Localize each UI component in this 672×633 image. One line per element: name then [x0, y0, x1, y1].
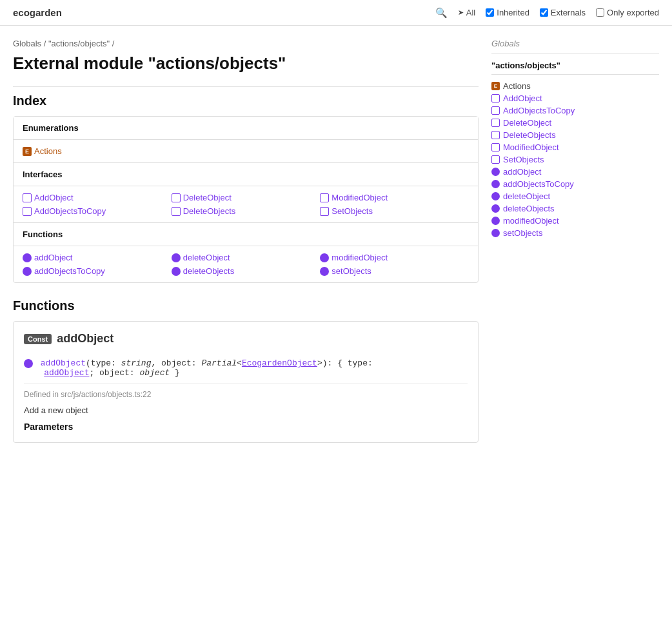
enum-icon: E — [491, 82, 500, 90]
defined-in: Defined in src/js/actions/objects.ts:22 — [24, 390, 468, 399]
function-icon — [320, 253, 329, 262]
interface-icon — [491, 143, 500, 151]
function-icon — [23, 253, 32, 262]
code-lt: < — [237, 358, 242, 368]
sidebar-item-modifiedobject-fn[interactable]: modifiedObject — [491, 215, 659, 227]
interface-icon — [172, 193, 181, 202]
link-deleteobjects[interactable]: DeleteObjects — [183, 206, 236, 216]
group-content-interfaces: AddObject DeleteObject ModifiedObject — [14, 186, 478, 223]
page-title: External module "actions/objects" — [13, 54, 479, 73]
function-icon — [172, 253, 181, 262]
function-icon — [24, 359, 33, 368]
sidebar-item-deleteobjects-fn[interactable]: deleteObjects — [491, 202, 659, 215]
group-header-functions: Functions — [14, 223, 478, 246]
sidebar-item-deleteobjects[interactable]: DeleteObjects — [491, 129, 659, 141]
functions-title: Functions — [13, 298, 479, 313]
function-signature: addObject(type: string, object: Partial<… — [24, 353, 468, 384]
functions-links: addObject deleteObject modifiedObject — [23, 253, 469, 276]
sidebar-globals-label: Globals — [491, 39, 659, 54]
sidebar-item-addobject-fn[interactable]: addObject — [491, 166, 659, 178]
link-addobjectstocopy[interactable]: AddObjectsToCopy — [34, 206, 106, 216]
list-item: addObjectsToCopy — [23, 266, 172, 276]
link-setobjects[interactable]: SetObjects — [331, 206, 373, 216]
list-item: DeleteObject — [172, 193, 321, 202]
breadcrumb-sep2: / — [112, 39, 115, 48]
logo: ecogarden — [13, 7, 62, 18]
const-badge: Const — [24, 334, 52, 344]
link-deleteobjects-fn[interactable]: deleteObjects — [183, 266, 235, 276]
sidebar-item-addobjectstocopy-fn[interactable]: addObjectsToCopy — [491, 178, 659, 190]
enum-icon: E — [23, 147, 32, 156]
breadcrumb: Globals / "actions/objects" / — [13, 39, 479, 48]
list-item: ModifiedObject — [320, 193, 469, 202]
function-icon — [491, 204, 500, 213]
link-actions[interactable]: Actions — [34, 146, 62, 156]
link-deleteobject-fn[interactable]: deleteObject — [183, 253, 230, 262]
sidebar-item-deleteobject-fn[interactable]: deleteObject — [491, 190, 659, 202]
filter-inherited[interactable]: Inherited — [486, 8, 529, 17]
breadcrumb-module[interactable]: "actions/objects" — [48, 39, 110, 48]
filter-externals-label: Externals — [551, 8, 586, 17]
interfaces-links: AddObject DeleteObject ModifiedObject — [23, 193, 469, 216]
sidebar-item-modifiedobject[interactable]: ModifiedObject — [491, 141, 659, 153]
main-layout: Globals / "actions/objects" / External m… — [0, 26, 672, 466]
sidebar-item-label: DeleteObjects — [503, 130, 556, 140]
function-icon — [320, 267, 329, 276]
filter-all[interactable]: ➤ All — [458, 8, 475, 17]
link-deleteobject[interactable]: DeleteObject — [183, 193, 232, 202]
link-ecogarden-object[interactable]: EcogardenObject — [242, 358, 317, 368]
sidebar-item-addobjectstocopy[interactable]: AddObjectsToCopy — [491, 104, 659, 117]
sidebar-item-label: addObjectsToCopy — [503, 179, 574, 189]
link-addobject[interactable]: AddObject — [34, 193, 74, 202]
only-exported-checkbox[interactable] — [596, 8, 604, 17]
chevron-down-icon: ➤ — [458, 8, 464, 17]
breadcrumb-globals[interactable]: Globals — [13, 39, 41, 48]
enumerations-links: E Actions — [23, 146, 469, 156]
link-addobjectstocopy-fn[interactable]: addObjectsToCopy — [34, 266, 105, 276]
function-icon — [491, 229, 500, 237]
list-item: modifiedObject — [320, 253, 469, 262]
function-card-title: Const addObject — [24, 332, 468, 346]
code-comma: , object: — [151, 358, 201, 368]
sidebar-item-label: AddObjectsToCopy — [503, 106, 575, 115]
sidebar-item-label: deleteObject — [503, 191, 550, 201]
list-item: deleteObject — [172, 253, 321, 262]
interface-icon — [23, 193, 32, 202]
functions-section: Functions Const addObject addObject(type… — [13, 298, 479, 443]
function-icon — [491, 180, 500, 188]
interface-icon — [172, 207, 181, 216]
link-addobject-return[interactable]: addObject — [44, 368, 89, 378]
sidebar-item-label: AddObject — [503, 93, 542, 103]
sidebar-item-label: Actions — [503, 81, 531, 91]
sidebar-item-setobjects[interactable]: SetObjects — [491, 153, 659, 166]
sidebar-item-setobjects-fn[interactable]: setObjects — [491, 227, 659, 239]
sidebar-item-actions[interactable]: E Actions — [491, 80, 659, 92]
link-setobjects-fn[interactable]: setObjects — [331, 266, 371, 276]
filter-only-exported-label: Only exported — [607, 8, 659, 17]
sidebar-item-label: DeleteObject — [503, 118, 551, 128]
filter-only-exported[interactable]: Only exported — [596, 8, 659, 17]
interface-icon — [23, 207, 32, 216]
sidebar-item-label: deleteObjects — [503, 204, 555, 213]
group-header-enumerations: Enumerations — [14, 117, 478, 140]
link-modifiedobject[interactable]: ModifiedObject — [331, 193, 388, 202]
sidebar-item-addobject[interactable]: AddObject — [491, 92, 659, 104]
inherited-checkbox[interactable] — [486, 8, 494, 17]
filter-externals[interactable]: Externals — [540, 8, 586, 17]
externals-checkbox[interactable] — [540, 8, 548, 17]
sidebar-item-label: setObjects — [503, 228, 542, 238]
group-header-interfaces: Interfaces — [14, 163, 478, 186]
group-content-functions: addObject deleteObject modifiedObject — [14, 246, 478, 282]
filter-all-label: All — [466, 8, 475, 17]
link-modifiedobject-fn[interactable]: modifiedObject — [331, 253, 388, 262]
list-item: deleteObjects — [172, 266, 321, 276]
sidebar-item-deleteobject[interactable]: DeleteObject — [491, 117, 659, 129]
index-title: Index — [13, 93, 479, 108]
header-controls: 🔍 ➤ All Inherited Externals Only exporte… — [435, 7, 659, 19]
interface-icon — [320, 193, 329, 202]
group-content-enumerations: E Actions — [14, 140, 478, 163]
breadcrumb-sep1: / — [44, 39, 48, 48]
link-addobject-fn[interactable]: addObject — [34, 253, 72, 262]
search-icon[interactable]: 🔍 — [435, 7, 448, 19]
index-card: Enumerations E Actions Interfaces — [13, 116, 479, 283]
